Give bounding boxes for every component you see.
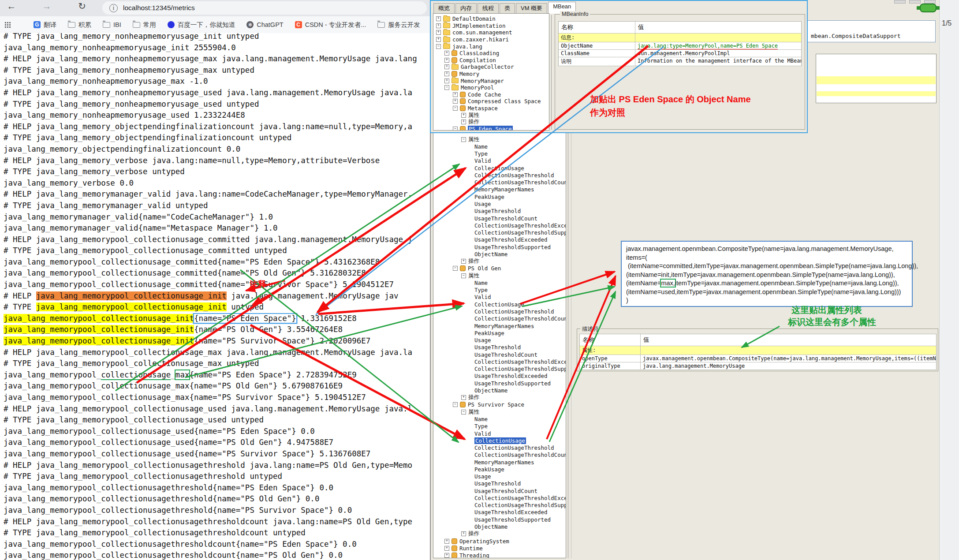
collapse-icon[interactable]: − — [453, 402, 458, 407]
address-bar[interactable]: i localhost:12345/metrics — [102, 1, 427, 15]
expand-icon[interactable]: + — [444, 58, 449, 63]
tree-row[interactable]: UsageThresholdCount — [433, 215, 566, 222]
bookmark-item[interactable]: 百度一下，你就知道 — [168, 21, 235, 29]
site-info-icon[interactable]: i — [109, 4, 118, 12]
collapse-icon[interactable]: − — [461, 410, 466, 414]
tree-row[interactable]: −Metaspace — [433, 105, 549, 112]
tree-row[interactable]: +Threading — [433, 552, 566, 558]
tree-row[interactable]: Type — [433, 423, 566, 430]
expand-icon[interactable]: + — [461, 119, 466, 124]
tree-row[interactable]: ObjectName — [433, 523, 566, 530]
tree-row[interactable]: UsageThresholdCount — [433, 351, 566, 358]
tree-row[interactable]: UsageThresholdSupported — [433, 243, 566, 250]
tree-row[interactable]: PeakUsage — [433, 466, 566, 473]
tree-row[interactable]: CollectionUsageThreshold — [433, 308, 566, 315]
bookmark-item[interactable]: ✻ChatGPT — [246, 21, 283, 28]
bookmark-item[interactable]: 服务云开发 — [377, 21, 420, 29]
tree-row[interactable]: Usage — [433, 473, 566, 480]
reload-icon[interactable]: ↻ — [75, 1, 89, 11]
tree-row[interactable]: PeakUsage — [433, 193, 566, 200]
tree-row[interactable]: −属性 — [433, 408, 566, 415]
tree-row[interactable]: MemoryManagerNames — [433, 459, 566, 466]
tab-内存[interactable]: 内存 — [455, 3, 477, 14]
tree-row[interactable]: CollectionUsageThresholdCount — [433, 452, 566, 459]
tree-row[interactable]: +com.zaxxer.hikari — [433, 36, 549, 43]
tab-VM 概要[interactable]: VM 概要 — [516, 3, 547, 14]
tree-row[interactable]: +Memory — [433, 71, 549, 78]
tree-row[interactable]: UsageThreshold — [433, 344, 566, 351]
tree-row[interactable]: +com.sun.management — [433, 29, 549, 36]
expand-icon[interactable]: + — [444, 78, 449, 83]
expand-icon[interactable]: + — [436, 30, 441, 35]
collapse-icon[interactable]: − — [453, 266, 458, 271]
collapse-icon[interactable]: − — [444, 85, 449, 90]
tree-row[interactable]: CollectionUsageThreshold — [433, 172, 566, 179]
tree-row[interactable]: Name — [433, 415, 566, 422]
expand-icon[interactable]: + — [444, 51, 449, 56]
window-close-button[interactable] — [924, 0, 936, 4]
tree-row[interactable]: UsageThresholdCount — [433, 487, 566, 494]
tree-row[interactable]: −属性 — [433, 272, 566, 279]
tree-row[interactable]: Type — [433, 287, 566, 294]
bookmark-item[interactable]: IBI — [103, 21, 121, 28]
tree-row[interactable]: UsageThresholdSupported — [433, 516, 566, 523]
tree-row[interactable]: UsageThresholdSupported — [433, 380, 566, 387]
tree-row[interactable]: UsageThresholdExceeded — [433, 373, 566, 380]
splitter[interactable] — [568, 133, 568, 558]
tree-row[interactable]: Type — [433, 150, 566, 157]
tree-row[interactable]: ObjectName — [433, 387, 566, 394]
tree-row[interactable]: CollectionUsageThresholdSupported — [433, 366, 566, 373]
tree-row[interactable]: Valid — [433, 294, 566, 301]
tree-row[interactable]: CollectionUsage — [433, 164, 566, 172]
tree-row[interactable]: ObjectName — [433, 250, 566, 258]
collapse-icon[interactable]: − — [436, 44, 441, 49]
tree-row[interactable]: UsageThresholdExceeded — [433, 509, 566, 516]
tree-row[interactable]: CollectionUsage — [433, 301, 566, 308]
tree-row[interactable]: +DefaultDomain — [433, 15, 549, 22]
tree-row[interactable]: −PS Eden Space — [433, 126, 549, 131]
tree-row[interactable]: +操作 — [433, 394, 566, 401]
tree-row[interactable]: −属性 — [433, 136, 566, 143]
expand-icon[interactable]: + — [461, 395, 466, 400]
tree-row[interactable]: +JMImplementation — [433, 22, 549, 30]
tab-线程[interactable]: 线程 — [478, 3, 499, 14]
tab-概览[interactable]: 概览 — [433, 3, 455, 14]
expand-icon[interactable]: + — [436, 37, 441, 42]
tree-row[interactable]: +操作 — [433, 119, 549, 126]
tree-row[interactable]: Valid — [433, 430, 566, 437]
tree-row[interactable]: CollectionUsageThresholdCount — [433, 179, 566, 186]
tree-row[interactable]: +MemoryManager — [433, 77, 549, 84]
expand-icon[interactable]: + — [461, 113, 466, 118]
expand-icon[interactable]: + — [436, 23, 441, 28]
tree-row[interactable]: MemoryManagerNames — [433, 322, 566, 329]
tree-row[interactable]: MemoryManagerNames — [433, 186, 566, 193]
expand-icon[interactable]: + — [444, 553, 449, 558]
expand-icon[interactable]: + — [444, 539, 449, 544]
tree-row[interactable]: +Compressed Class Space — [433, 98, 549, 105]
tree-row[interactable]: −MemoryPool — [433, 84, 549, 91]
collapse-icon[interactable]: − — [461, 273, 466, 278]
apps-grid-icon[interactable] — [4, 22, 11, 28]
bookmark-item[interactable]: 积累 — [68, 21, 91, 29]
tree-row[interactable]: CollectionUsageThresholdCount — [433, 315, 566, 322]
expand-icon[interactable]: + — [444, 64, 449, 69]
tree-row[interactable]: +OperatingSystem — [433, 538, 566, 545]
tree-row[interactable]: CollectionUsageThresholdExceeded — [433, 358, 566, 365]
tree-row[interactable]: UsageThresholdExceeded — [433, 236, 566, 243]
expand-icon[interactable]: + — [444, 546, 449, 551]
tree-row[interactable]: +操作 — [433, 258, 566, 265]
expand-icon[interactable]: + — [436, 16, 441, 21]
expand-icon[interactable]: + — [461, 259, 466, 264]
tree-row[interactable]: CollectionUsageThresholdExceeded — [433, 494, 566, 501]
expand-icon[interactable]: + — [444, 71, 449, 76]
tree-row[interactable]: +ClassLoading — [433, 50, 549, 57]
collapse-icon[interactable]: − — [453, 106, 458, 111]
tree-row[interactable]: −PS Old Gen — [433, 265, 566, 272]
tree-row[interactable]: CollectionUsageThreshold — [433, 444, 566, 451]
tree-row[interactable]: Valid — [433, 157, 566, 164]
bookmark-item[interactable]: CCSDN - 专业开发者... — [295, 21, 366, 29]
tree-row[interactable]: CollectionUsageThresholdExceeded — [433, 222, 566, 229]
expand-icon[interactable]: + — [453, 99, 458, 104]
collapse-icon[interactable]: − — [461, 137, 466, 142]
tree-row[interactable]: Usage — [433, 336, 566, 343]
